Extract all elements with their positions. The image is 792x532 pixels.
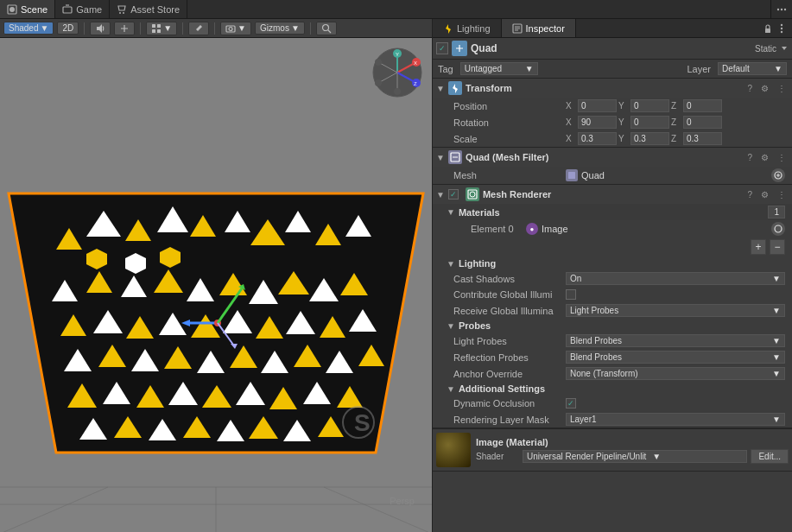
audio-btn[interactable] (90, 22, 111, 35)
tab-game[interactable]: Game (55, 0, 110, 18)
receive-gi-value: Light Probes (570, 306, 618, 315)
receive-gi-dropdown[interactable]: Light Probes ▼ (566, 304, 785, 317)
svg-rect-11 (157, 29, 161, 33)
gizmos-btn[interactable]: Gizmos ▼ (255, 22, 305, 35)
mesh-filter-more-btn[interactable]: ⋮ (775, 152, 789, 163)
svg-text:X: X (414, 60, 417, 66)
rendering-layer-row: Rendering Layer Mask Layer1 ▼ (433, 411, 792, 428)
remove-material-btn[interactable]: − (770, 239, 785, 255)
2d-btn[interactable]: 2D (57, 22, 79, 35)
search-btn[interactable] (316, 22, 337, 35)
materials-count: 1 (768, 206, 785, 218)
mesh-renderer-header[interactable]: ▼ ✓ Mesh Renderer ? ⚙ ⋮ (433, 185, 792, 204)
reflection-probes-dropdown[interactable]: Blend Probes ▼ (566, 351, 785, 364)
mesh-prop-row: Mesh Quad (433, 167, 792, 184)
go-static-label: Static (755, 44, 776, 54)
mesh-renderer-enabled-checkbox[interactable]: ✓ (448, 189, 459, 200)
svg-text:S: S (354, 409, 371, 436)
add-material-btn[interactable]: + (751, 239, 766, 255)
shaded-arrow: ▼ (40, 23, 48, 33)
camera-btn[interactable]: ▼ (220, 22, 251, 35)
dynamic-occlusion-checkbox[interactable]: ✓ (566, 398, 576, 408)
transform-icon (448, 81, 462, 95)
mesh-renderer-help-btn[interactable]: ? (744, 189, 755, 200)
position-z-item: Z (671, 99, 722, 112)
rotation-y-input[interactable] (630, 116, 669, 129)
tools-icon (193, 23, 204, 34)
additional-settings-header[interactable]: ▼ Additional Settings (433, 382, 792, 396)
reflection-probes-value: Blend Probes (570, 352, 622, 362)
scene-canvas[interactable]: S Y X Z (0, 38, 432, 532)
tab-inspector[interactable]: Inspector (502, 19, 576, 37)
store-icon (117, 4, 127, 15)
lighting-section-header[interactable]: ▼ Lighting (433, 256, 792, 270)
shader-label: Shader (476, 452, 519, 461)
layer-dropdown[interactable]: Default ▼ (718, 62, 787, 75)
more-options-icon[interactable] (776, 23, 787, 34)
mesh-filter-header[interactable]: ▼ Quad (Mesh Filter) ? ⚙ ⋮ (433, 148, 792, 167)
mesh-renderer-more-btn[interactable]: ⋮ (775, 189, 789, 200)
rendering-layer-dropdown[interactable]: Layer1 ▼ (566, 413, 785, 426)
mesh-select-btn[interactable] (771, 168, 785, 182)
svg-text:Z: Z (414, 81, 417, 86)
svg-point-5 (777, 8, 779, 10)
gameobject-header: ✓ Quad Static (433, 38, 792, 60)
scale-z-input[interactable] (683, 132, 722, 145)
scene-gizmo[interactable]: Y X Z (371, 47, 423, 98)
go-static-dropdown-icon[interactable] (780, 44, 789, 53)
material-element-row: Element 0 ● Image (433, 220, 792, 238)
material-select-btn[interactable] (771, 222, 785, 236)
scale-y-input[interactable] (630, 132, 669, 145)
transform-more-btn[interactable]: ⋮ (775, 83, 789, 94)
go-name: Quad (471, 42, 751, 54)
position-x-input[interactable] (578, 99, 617, 112)
scene-viewport: Shaded ▼ 2D ▼ (0, 19, 432, 532)
rotation-z-input[interactable] (683, 116, 722, 129)
transform-header[interactable]: ▼ Transform ? ⚙ ⋮ (433, 79, 792, 98)
position-y-label: Y (618, 101, 629, 111)
mesh-filter-help-btn[interactable]: ? (744, 152, 755, 163)
mesh-filter-settings-btn[interactable]: ⚙ (758, 152, 771, 163)
tab-lighting[interactable]: Lighting (433, 19, 502, 37)
svg-point-122 (470, 192, 475, 197)
rotation-x-item: X (566, 116, 617, 129)
position-x-label: X (566, 101, 576, 111)
material-value-container: ● Image (526, 223, 771, 235)
position-y-input[interactable] (630, 99, 669, 112)
material-bottom-section: Image (Material) Shader Universal Render… (433, 428, 792, 472)
material-info: Image (Material) Shader Universal Render… (476, 437, 789, 464)
cast-shadows-arrow: ▼ (772, 274, 781, 283)
tab-scene[interactable]: Scene (0, 0, 55, 18)
tag-label: Tag (438, 64, 453, 74)
main-content: Shaded ▼ 2D ▼ (0, 19, 792, 532)
tag-dropdown[interactable]: Untagged ▼ (460, 62, 538, 75)
mesh-renderer-settings-btn[interactable]: ⚙ (758, 189, 771, 200)
light-probes-dropdown[interactable]: Blend Probes ▼ (566, 334, 785, 347)
rotation-x-input[interactable] (578, 116, 617, 129)
lock-icon[interactable] (763, 23, 773, 34)
position-z-input[interactable] (683, 99, 722, 112)
tools-btn[interactable] (188, 22, 209, 35)
fx-btn[interactable] (114, 22, 135, 35)
contrib-gi-checkbox[interactable] (566, 289, 576, 300)
probes-section-header[interactable]: ▼ Probes (433, 319, 792, 332)
inspector-tab-right (757, 19, 792, 37)
transform-help-btn[interactable]: ? (744, 83, 755, 94)
go-active-checkbox[interactable]: ✓ (436, 42, 448, 54)
svg-point-14 (322, 24, 328, 30)
anchor-override-dropdown[interactable]: None (Transform) ▼ (566, 367, 785, 380)
receive-gi-row: Receive Global Illumina Light Probes ▼ (433, 302, 792, 319)
cast-shadows-dropdown[interactable]: On ▼ (566, 272, 785, 285)
rotation-z-item: Z (671, 116, 722, 129)
viewport-toolbar: Shaded ▼ 2D ▼ (0, 19, 432, 38)
scale-x-input[interactable] (578, 132, 617, 145)
shader-edit-btn[interactable]: Edit... (751, 449, 789, 464)
shaded-btn[interactable]: Shaded ▼ (3, 22, 54, 35)
tab-asset-store[interactable]: Asset Store (110, 0, 187, 18)
additional-settings-label: Additional Settings (459, 383, 545, 394)
overlay-count-btn[interactable]: ▼ (146, 22, 177, 35)
lighting-section-arrow: ▼ (447, 259, 455, 269)
svg-point-1 (10, 7, 15, 12)
tab-more-btn[interactable] (770, 0, 792, 18)
transform-settings-btn[interactable]: ⚙ (758, 83, 771, 94)
